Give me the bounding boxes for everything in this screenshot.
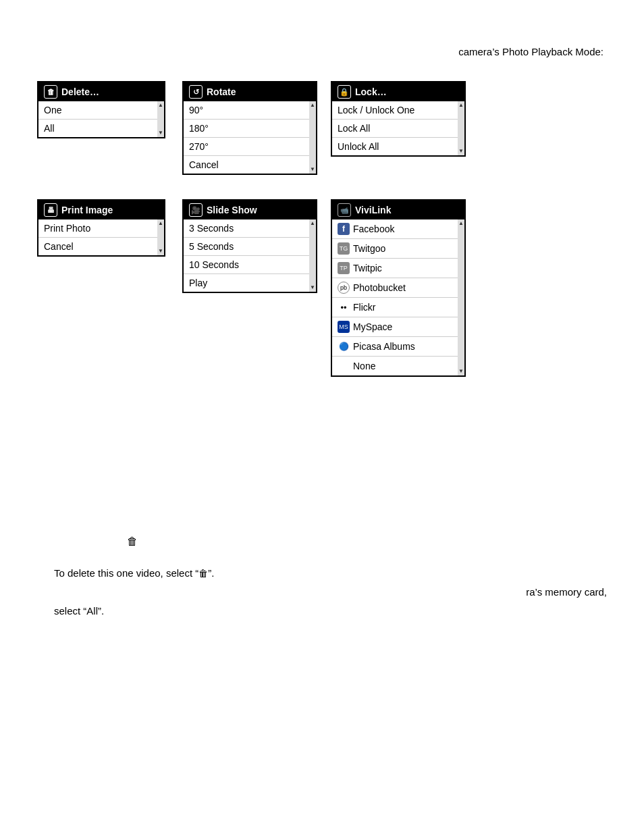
rotate-scrollbar: ▲ ▼ <box>309 101 316 174</box>
print-items-list: Print Photo Cancel <box>38 219 164 255</box>
scroll-down-arrow: ▼ <box>158 249 163 254</box>
list-item[interactable]: Lock / Unlock One <box>332 101 458 120</box>
vivilink-icon: 📹 <box>338 203 351 217</box>
twitgoo-icon: TG <box>338 242 350 255</box>
list-item[interactable]: 90° <box>184 101 309 120</box>
vivilink-menu-items: f Facebook TG Twitgoo TP Twitpic pb Phot… <box>332 219 464 375</box>
photobucket-icon: pb <box>338 282 350 294</box>
list-item[interactable]: Cancel <box>38 238 157 255</box>
page-container: camera’s Photo Playback Mode: 🗑 Delete… … <box>0 0 644 834</box>
list-item[interactable]: One <box>38 101 157 120</box>
list-item[interactable]: 5 Seconds <box>184 238 309 256</box>
scroll-down-arrow: ▼ <box>310 285 315 290</box>
scroll-up-arrow: ▲ <box>158 103 163 108</box>
list-item[interactable]: 🔵 Picasa Albums <box>332 337 458 357</box>
print-menu: 🖶 Print Image Print Photo Cancel ▲ ▼ <box>37 199 165 257</box>
vivilink-item-label: MySpace <box>353 321 392 332</box>
lock-menu-items: Lock / Unlock One Lock All Unlock All ▲ … <box>332 101 464 155</box>
slideshow-icon: 🎥 <box>189 203 203 217</box>
myspace-icon: MS <box>338 321 350 333</box>
list-item[interactable]: TP Twitpic <box>332 259 458 278</box>
vivilink-item-label: Flickr <box>353 302 375 313</box>
list-item[interactable]: TG Twitgoo <box>332 239 458 259</box>
print-menu-header: 🖶 Print Image <box>38 201 164 219</box>
rotate-icon: ↺ <box>189 85 203 99</box>
lock-icon: 🔒 <box>338 85 351 99</box>
print-scrollbar: ▲ ▼ <box>157 219 164 255</box>
bottom-text-prefix: To delete this one video, select “ <box>54 567 198 579</box>
list-item[interactable]: Lock All <box>332 120 458 138</box>
vivilink-menu-title: ViviLink <box>355 205 391 215</box>
rotate-menu: ↺ Rotate 90° 180° 270° Cancel ▲ ▼ <box>182 81 317 175</box>
list-item[interactable]: 180° <box>184 120 309 138</box>
vivilink-menu: 📹 ViviLink f Facebook TG Twitgoo TP Twit… <box>331 199 466 377</box>
slideshow-menu-title: Slide Show <box>207 205 257 215</box>
list-item[interactable]: Unlock All <box>332 138 458 155</box>
bottom-text-2: ra’s memory card, <box>526 586 607 598</box>
vivilink-item-label: Picasa Albums <box>353 341 415 352</box>
scroll-down-arrow: ▼ <box>158 130 163 136</box>
list-item[interactable]: 270° <box>184 138 309 156</box>
lock-items-list: Lock / Unlock One Lock All Unlock All <box>332 101 464 155</box>
vivilink-item-label: Photobucket <box>353 282 406 293</box>
list-item[interactable]: 10 Seconds <box>184 256 309 274</box>
slideshow-scrollbar: ▲ ▼ <box>309 219 316 292</box>
list-item[interactable]: All <box>38 120 157 137</box>
twitpic-icon: TP <box>338 262 350 274</box>
scroll-down-arrow: ▼ <box>310 167 315 172</box>
vivilink-item-label: Twitgoo <box>353 243 385 254</box>
rotate-menu-title: Rotate <box>207 86 236 97</box>
delete-menu-header: 🗑 Delete… <box>38 82 164 101</box>
delete-items-list: One All <box>38 101 164 137</box>
scroll-up-arrow: ▲ <box>310 221 315 226</box>
slideshow-menu: 🎥 Slide Show 3 Seconds 5 Seconds 10 Seco… <box>182 199 317 293</box>
lock-menu-header: 🔒 Lock… <box>332 82 464 101</box>
slideshow-menu-header: 🎥 Slide Show <box>184 201 316 219</box>
delete-menu-title: Delete… <box>61 86 99 97</box>
scroll-down-arrow: ▼ <box>458 369 464 374</box>
scroll-down-arrow: ▼ <box>458 149 464 154</box>
list-item[interactable]: Play <box>184 274 309 292</box>
header-text: camera’s Photo Playback Mode: <box>458 46 603 57</box>
slideshow-items-list: 3 Seconds 5 Seconds 10 Seconds Play <box>184 219 316 292</box>
list-item[interactable]: •• Flickr <box>332 298 458 317</box>
list-item[interactable]: MS MySpace <box>332 317 458 337</box>
delete-menu: 🗑 Delete… One All ▲ ▼ <box>37 81 165 138</box>
delete-menu-items: One All ▲ ▼ <box>38 101 164 137</box>
vivilink-item-label: Facebook <box>353 224 394 234</box>
vivilink-item-label: Twitpic <box>353 263 382 273</box>
vivilink-items-list: f Facebook TG Twitgoo TP Twitpic pb Phot… <box>332 219 464 375</box>
list-item[interactable]: pb Photobucket <box>332 278 458 298</box>
flickr-icon: •• <box>338 301 350 313</box>
print-menu-items: Print Photo Cancel ▲ ▼ <box>38 219 164 255</box>
bottom-text-suffix: ”. <box>208 567 214 579</box>
scroll-up-arrow: ▲ <box>158 221 163 226</box>
bottom-text-1: To delete this one video, select “🗑”. <box>54 567 214 579</box>
lock-scrollbar: ▲ ▼ <box>458 101 464 155</box>
slideshow-menu-items: 3 Seconds 5 Seconds 10 Seconds Play ▲ ▼ <box>184 219 316 292</box>
list-item[interactable]: Print Photo <box>38 219 157 238</box>
trash-inline-icon: 🗑 <box>198 568 208 579</box>
delete-scrollbar: ▲ ▼ <box>157 101 164 137</box>
scroll-up-arrow: ▲ <box>458 221 464 226</box>
vivilink-scrollbar: ▲ ▼ <box>458 219 464 375</box>
rotate-menu-header: ↺ Rotate <box>184 82 316 101</box>
lock-menu-title: Lock… <box>355 86 387 97</box>
vivilink-item-label: None <box>353 361 375 371</box>
list-item[interactable]: None <box>332 357 458 375</box>
list-item[interactable]: f Facebook <box>332 219 458 239</box>
list-item[interactable]: Cancel <box>184 156 309 174</box>
trash-icon-small: 🗑 <box>127 536 138 548</box>
scroll-up-arrow: ▲ <box>310 103 315 108</box>
none-icon <box>338 360 350 372</box>
lock-menu: 🔒 Lock… Lock / Unlock One Lock All Unloc… <box>331 81 466 157</box>
vivilink-menu-header: 📹 ViviLink <box>332 201 464 219</box>
scroll-up-arrow: ▲ <box>458 103 464 108</box>
list-item[interactable]: 3 Seconds <box>184 219 309 238</box>
bottom-text-3: select “All”. <box>54 605 104 617</box>
delete-icon: 🗑 <box>44 85 57 99</box>
print-menu-title: Print Image <box>61 205 113 215</box>
facebook-icon: f <box>338 223 350 235</box>
rotate-items-list: 90° 180° 270° Cancel <box>184 101 316 174</box>
picasa-icon: 🔵 <box>338 340 350 353</box>
